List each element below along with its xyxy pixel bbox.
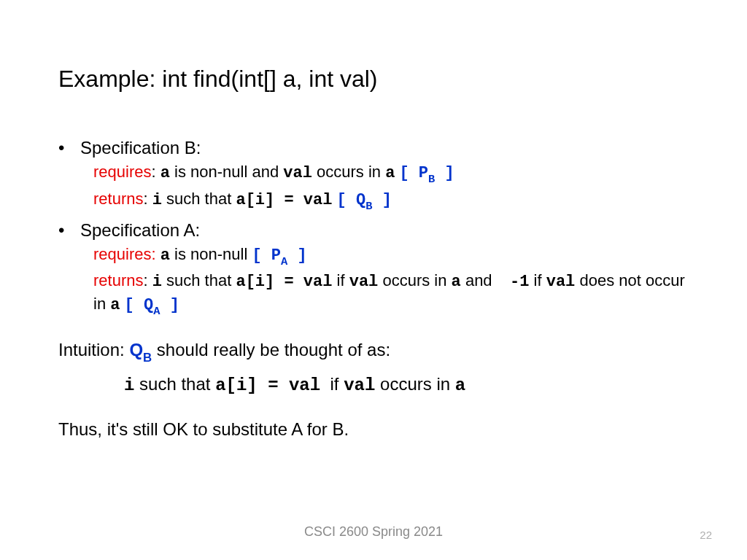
bullet-spec-b: • Specification B: — [58, 136, 689, 160]
spec-a-returns: returns: i such that a[i] = val if val o… — [93, 270, 689, 318]
spec-b-header: Specification B: — [80, 136, 201, 160]
footer-course: CSCI 2600 Spring 2021 — [0, 524, 747, 540]
conclusion: Thus, it's still OK to substitute A for … — [58, 418, 689, 441]
slide-title: Example: int find(int[] a, int val) — [58, 66, 689, 93]
bullet-marker: • — [58, 219, 80, 242]
spec-b-returns: returns: i such that a[i] = val [ QB ] — [93, 188, 689, 213]
spec-a-header: Specification A: — [80, 219, 200, 242]
slide-body: • Specification B: requires: a is non-nu… — [58, 136, 689, 441]
qb-symbol: QB — [129, 340, 152, 359]
tag-pb: [ PB ] — [399, 164, 454, 182]
bullet-spec-a: • Specification A: — [58, 219, 689, 242]
bullet-marker: • — [58, 136, 80, 160]
tag-qb: [ QB ] — [337, 191, 392, 209]
spec-b-requires: requires: a is non-null and val occurs i… — [93, 161, 689, 186]
slide: Example: int find(int[] a, int val) • Sp… — [0, 0, 747, 560]
page-number: 22 — [700, 529, 712, 541]
requires-label: requires — [93, 163, 151, 181]
intuition-detail: i such that a[i] = val if val occurs in … — [124, 373, 689, 397]
returns-label: returns — [93, 271, 143, 289]
tag-qa: [ QA ] — [125, 296, 179, 314]
tag-pa: [ PA ] — [252, 246, 306, 265]
requires-label: requires: — [93, 245, 156, 263]
intuition-line: Intuition: QB should really be thought o… — [58, 338, 689, 365]
returns-label: returns — [93, 190, 143, 208]
spec-a-requires: requires: a is non-null [ PA ] — [93, 244, 689, 268]
